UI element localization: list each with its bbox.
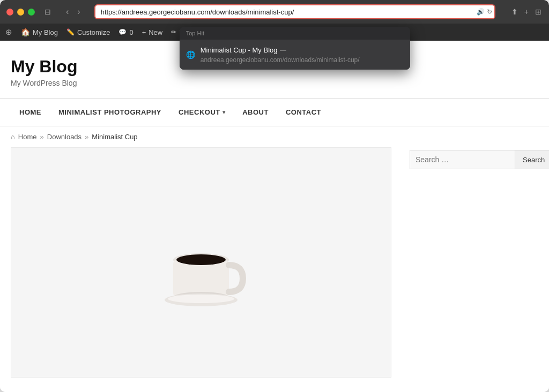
nav-link-home[interactable]: HOME — [11, 99, 50, 126]
url-bar-container: 🔊 ↻ Top Hit 🌐 Minimalist Cup - My Blog —… — [94, 4, 495, 19]
nav-item-home: HOME — [11, 99, 50, 126]
admin-home-icon: 🏠 — [21, 28, 30, 36]
coffee-cup-svg — [153, 214, 249, 311]
product-image — [11, 147, 391, 378]
browser-window: ⊟ ‹ › 🔊 ↻ Top Hit 🌐 Minimalist Cup - My … — [0, 0, 549, 392]
nav-checkout-label: CHECKOUT — [179, 108, 220, 116]
wp-logo-icon: ⊕ — [5, 27, 12, 37]
admin-new-item[interactable]: + New — [142, 28, 163, 36]
breadcrumb-downloads-link[interactable]: Downloads — [47, 133, 81, 141]
nav-home-label: HOME — [19, 108, 41, 116]
breadcrumb-home-link[interactable]: Home — [18, 133, 37, 141]
new-tab-button[interactable]: + — [523, 6, 530, 17]
breadcrumb-sep-2: » — [85, 133, 88, 141]
search-button[interactable]: Search — [515, 150, 549, 169]
admin-customize-item[interactable]: ✏️ Customize — [66, 28, 110, 36]
title-bar: ⊟ ‹ › 🔊 ↻ Top Hit 🌐 Minimalist Cup - My … — [0, 0, 549, 24]
speaker-icon: 🔊 — [477, 8, 485, 16]
back-button[interactable]: ‹ — [63, 6, 72, 18]
coffee-cup-container — [11, 148, 391, 377]
admin-new-icon: + — [142, 28, 146, 36]
admin-comments-icon: 💬 — [118, 28, 127, 36]
breadcrumb-sep-1: » — [40, 133, 44, 141]
admin-customize-icon: ✏️ — [66, 28, 75, 36]
globe-icon: 🌐 — [186, 50, 195, 59]
reload-icon[interactable]: ↻ — [487, 8, 492, 16]
nav-menu: HOME MINIMALIST PHOTOGRAPHY CHECKOUT ▾ — [11, 99, 538, 126]
autocomplete-header: Top Hit — [180, 27, 410, 40]
admin-comments-item[interactable]: 💬 0 — [118, 28, 133, 36]
nav-contact-label: CONTACT — [286, 108, 321, 116]
tabs-button[interactable]: ⊞ — [534, 6, 543, 17]
autocomplete-item-content: Minimalist Cup - My Blog — andreea.georg… — [201, 45, 404, 64]
breadcrumb: ⌂ Home » Downloads » Minimalist Cup — [0, 126, 549, 147]
nav-link-about[interactable]: ABOUT — [234, 99, 277, 126]
traffic-lights — [6, 9, 35, 16]
nav-link-checkout[interactable]: CHECKOUT ▾ — [170, 99, 234, 126]
forward-button[interactable]: › — [74, 6, 83, 18]
nav-arrows: ‹ › — [63, 6, 84, 18]
close-button[interactable] — [6, 9, 13, 16]
nav-photography-label: MINIMALIST PHOTOGRAPHY — [58, 108, 161, 116]
nav-link-contact[interactable]: CONTACT — [277, 99, 330, 126]
autocomplete-item[interactable]: 🌐 Minimalist Cup - My Blog — andreea.geo… — [180, 40, 410, 70]
minimize-button[interactable] — [17, 9, 24, 16]
admin-customize-label: Customize — [77, 28, 110, 36]
nav-about-label: ABOUT — [242, 108, 269, 116]
maximize-button[interactable] — [28, 9, 35, 16]
autocomplete-item-title: Minimalist Cup - My Blog — [201, 46, 278, 54]
nav-item-checkout: CHECKOUT ▾ — [170, 99, 234, 126]
wp-logo-item[interactable]: ⊕ — [5, 27, 12, 37]
admin-my-blog-item[interactable]: 🏠 My Blog — [21, 28, 58, 36]
svg-point-5 — [168, 295, 234, 303]
site-navigation: HOME MINIMALIST PHOTOGRAPHY CHECKOUT ▾ — [0, 98, 549, 126]
share-button[interactable]: ⬆ — [510, 6, 519, 17]
website-content: My Blog My WordPress Blog HOME MINIMALIS… — [0, 41, 549, 392]
search-input[interactable] — [410, 150, 515, 169]
product-area — [11, 147, 394, 378]
admin-edit-icon: ✏ — [171, 28, 176, 36]
admin-new-label: New — [149, 28, 162, 36]
nav-item-photography: MINIMALIST PHOTOGRAPHY — [50, 99, 170, 126]
admin-my-blog-label: My Blog — [33, 28, 58, 36]
site-tagline: My WordPress Blog — [11, 79, 538, 87]
search-widget: Search — [410, 150, 538, 169]
svg-rect-1 — [173, 260, 229, 297]
checkout-dropdown-arrow: ▾ — [222, 109, 226, 115]
browser-actions: ⬆ + ⊞ — [510, 6, 543, 17]
url-icons: 🔊 ↻ — [477, 8, 492, 16]
autocomplete-item-url: andreea.georgeciobanu.com/downloads/mini… — [201, 56, 360, 64]
svg-point-3 — [176, 254, 226, 265]
breadcrumb-home-icon: ⌂ — [11, 133, 15, 141]
nav-item-about: ABOUT — [234, 99, 277, 126]
autocomplete-dropdown: Top Hit 🌐 Minimalist Cup - My Blog — and… — [180, 27, 410, 70]
main-content: Search — [0, 147, 549, 392]
breadcrumb-current: Minimalist Cup — [92, 133, 137, 141]
nav-link-photography[interactable]: MINIMALIST PHOTOGRAPHY — [50, 99, 170, 126]
nav-item-contact: CONTACT — [277, 99, 330, 126]
sidebar-toggle-button[interactable]: ⊟ — [41, 6, 54, 17]
url-bar[interactable] — [94, 4, 495, 19]
sidebar: Search — [410, 147, 538, 378]
admin-comments-count: 0 — [129, 28, 133, 36]
